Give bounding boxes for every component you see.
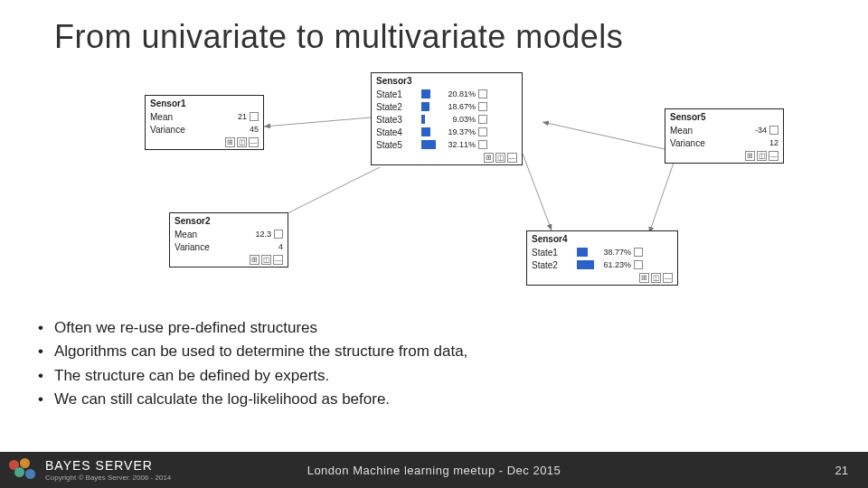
state-row: State120.81% bbox=[376, 88, 517, 100]
node-title: Sensor5 bbox=[670, 112, 778, 122]
grid-icon: ⊞ bbox=[250, 255, 259, 265]
stat-value: 12.3 bbox=[220, 230, 271, 239]
footer-caption: London Machine learning meetup - Dec 201… bbox=[0, 464, 868, 477]
state-bar bbox=[421, 140, 445, 149]
checkbox-icon bbox=[478, 115, 487, 124]
stat-row: Mean 21 bbox=[150, 110, 259, 123]
state-label: State1 bbox=[532, 248, 577, 258]
stat-row: Variance 4 bbox=[175, 240, 283, 253]
state-bar bbox=[421, 115, 445, 124]
state-pct: 18.67% bbox=[445, 102, 476, 111]
state-label: State3 bbox=[376, 115, 421, 125]
node-toolbar: ⊞ ◫ — bbox=[670, 151, 778, 161]
node-sensor3: Sensor3 State120.81%State218.67%State39.… bbox=[371, 72, 523, 165]
state-bar bbox=[577, 248, 600, 257]
checkbox-icon bbox=[478, 102, 487, 111]
node-title: Sensor1 bbox=[150, 99, 259, 108]
state-pct: 9.03% bbox=[445, 115, 476, 124]
node-toolbar: ⊞ ◫ — bbox=[150, 137, 259, 147]
stat-value: 4 bbox=[220, 242, 283, 251]
state-label: State2 bbox=[532, 260, 577, 270]
checkbox-icon bbox=[274, 230, 283, 239]
slide-footer: BAYES SERVER Copyright © Bayes Server. 2… bbox=[0, 452, 868, 488]
svg-line-0 bbox=[264, 117, 371, 127]
stat-label: Variance bbox=[150, 125, 195, 135]
chart-icon: ◫ bbox=[495, 153, 505, 163]
state-bar bbox=[421, 127, 445, 136]
collapse-icon: — bbox=[249, 137, 259, 147]
state-pct: 61.23% bbox=[600, 260, 631, 269]
state-pct: 32.11% bbox=[445, 140, 476, 149]
collapse-icon: — bbox=[663, 273, 673, 283]
checkbox-icon bbox=[634, 248, 643, 257]
collapse-icon: — bbox=[507, 153, 517, 163]
grid-icon: ⊞ bbox=[484, 153, 494, 163]
chart-icon: ◫ bbox=[757, 151, 767, 161]
grid-icon: ⊞ bbox=[745, 151, 755, 161]
stat-label: Mean bbox=[175, 230, 220, 239]
node-toolbar: ⊞ ◫ — bbox=[376, 153, 517, 163]
grid-icon: ⊞ bbox=[639, 273, 649, 283]
checkbox-icon bbox=[478, 89, 487, 99]
state-label: State2 bbox=[376, 102, 421, 112]
node-sensor2: Sensor2 Mean 12.3 Variance 4 ⊞ ◫ — bbox=[169, 212, 288, 267]
bullet-item: We can still calculate the log-likelihoo… bbox=[38, 388, 467, 411]
stat-row: Variance 45 bbox=[150, 123, 259, 136]
state-row: State419.37% bbox=[376, 126, 517, 138]
slide-title: From univariate to multivariate models bbox=[54, 18, 623, 56]
stat-value: 45 bbox=[195, 125, 259, 134]
state-bar bbox=[421, 89, 445, 99]
svg-line-2 bbox=[523, 154, 552, 230]
state-pct: 20.81% bbox=[445, 89, 476, 99]
svg-line-3 bbox=[542, 122, 665, 149]
chart-icon: ◫ bbox=[261, 255, 271, 265]
node-title: Sensor4 bbox=[532, 234, 673, 244]
stat-value: 12 bbox=[715, 138, 778, 147]
stat-value: 21 bbox=[195, 112, 247, 121]
state-label: State5 bbox=[376, 140, 421, 150]
state-pct: 19.37% bbox=[445, 127, 476, 136]
stat-label: Mean bbox=[670, 126, 715, 136]
network-diagram: Sensor1 Mean 21 Variance 45 ⊞ ◫ — Sensor… bbox=[0, 72, 868, 307]
state-row: State39.03% bbox=[376, 113, 517, 126]
checkbox-icon bbox=[250, 112, 259, 121]
stat-value: -34 bbox=[715, 126, 767, 135]
page-number: 21 bbox=[835, 464, 848, 477]
grid-icon: ⊞ bbox=[225, 137, 235, 147]
state-bar bbox=[577, 260, 600, 269]
stat-row: Mean -34 bbox=[670, 124, 778, 136]
checkbox-icon bbox=[634, 260, 643, 269]
stat-row: Mean 12.3 bbox=[175, 228, 283, 240]
state-label: State1 bbox=[376, 89, 421, 99]
chart-icon: ◫ bbox=[237, 137, 247, 147]
state-label: State4 bbox=[376, 127, 421, 137]
bullet-list: Often we re-use pre-defined structures A… bbox=[38, 316, 467, 411]
state-row: State138.77% bbox=[532, 246, 673, 258]
state-bar bbox=[421, 102, 445, 111]
node-toolbar: ⊞ ◫ — bbox=[532, 273, 673, 283]
stat-label: Variance bbox=[175, 242, 220, 252]
state-row: State532.11% bbox=[376, 138, 517, 151]
checkbox-icon bbox=[769, 126, 778, 135]
bullet-item: Often we re-use pre-defined structures bbox=[38, 316, 467, 340]
bullet-item: The structure can be defined by experts. bbox=[38, 364, 467, 388]
node-title: Sensor3 bbox=[376, 76, 517, 86]
collapse-icon: — bbox=[273, 255, 283, 265]
state-pct: 38.77% bbox=[600, 248, 631, 257]
node-sensor5: Sensor5 Mean -34 Variance 12 ⊞ ◫ — bbox=[665, 108, 784, 164]
state-row: State218.67% bbox=[376, 100, 517, 113]
checkbox-icon bbox=[478, 140, 487, 149]
stat-row: Variance 12 bbox=[670, 136, 778, 149]
node-sensor4: Sensor4 State138.77%State261.23% ⊞ ◫ — bbox=[526, 230, 678, 286]
stat-label: Variance bbox=[670, 138, 715, 148]
stat-label: Mean bbox=[150, 112, 195, 122]
node-toolbar: ⊞ ◫ — bbox=[175, 255, 283, 265]
node-sensor1: Sensor1 Mean 21 Variance 45 ⊞ ◫ — bbox=[145, 95, 264, 150]
checkbox-icon bbox=[478, 127, 487, 136]
node-title: Sensor2 bbox=[175, 216, 283, 226]
chart-icon: ◫ bbox=[651, 273, 661, 283]
svg-line-4 bbox=[649, 163, 674, 233]
state-row: State261.23% bbox=[532, 258, 673, 271]
bullet-item: Algorithms can be used to determine the … bbox=[38, 340, 467, 363]
collapse-icon: — bbox=[769, 151, 778, 161]
